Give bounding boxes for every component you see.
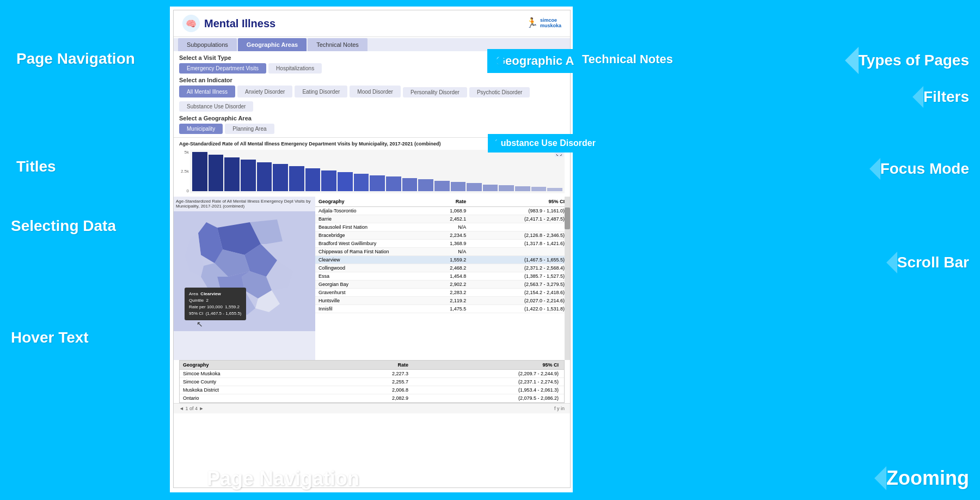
bt-cell-geo: Ontario — [183, 395, 333, 401]
col-header-ci: 95% CI — [466, 199, 567, 204]
tab-technical-notes[interactable]: Technical Notes — [308, 38, 367, 51]
page-info[interactable]: ◄ 1 of 4 ► — [179, 406, 204, 411]
app-logo-icon: 🧠 — [182, 15, 200, 32]
tooltip-quintile-value: 2 — [206, 298, 209, 303]
bar-20 — [515, 186, 530, 191]
table-row: Essa1,454.8(1,385.7 - 1,527.5) — [315, 272, 570, 281]
table-row: Chippewas of Rama First NationN/A — [315, 248, 570, 256]
page-footer: ◄ 1 of 4 ► f y in — [174, 403, 570, 413]
cell-geo: Georgian Bay — [318, 282, 417, 287]
btn-eating-disorder[interactable]: Eating Disorder — [295, 86, 347, 97]
bt-cell-rate: 2,227.3 — [333, 371, 408, 376]
label-hover-text: Hover Text — [11, 327, 102, 349]
scroll-bar[interactable] — [565, 197, 570, 360]
cell-geo: Bradford West Gwillimbury — [318, 241, 417, 246]
bar-6 — [289, 166, 304, 191]
brand-logo: 🏃 simcoe muskoka — [526, 18, 561, 29]
geo-area-buttons: Municipality Planning Area — [179, 124, 565, 134]
bar-14 — [418, 179, 433, 191]
cell-ci: (1,317.8 - 1,421.6) — [466, 241, 567, 246]
btn-all-mental-illness[interactable]: All Mental Illness — [179, 86, 235, 97]
bt-cell-rate: 2,006.8 — [333, 387, 408, 393]
cell-geo: Essa — [318, 273, 417, 279]
tab-subpopulations[interactable]: Subpopulations — [178, 38, 237, 51]
bar-22 — [547, 188, 562, 191]
bottom-table-row: Ontario2,082.9(2,079.5 - 2,086.2) — [180, 394, 564, 403]
bar-19 — [499, 185, 514, 191]
bar-18 — [483, 185, 498, 191]
cell-rate: 1,559.2 — [417, 257, 466, 263]
btn-anxiety-disorder[interactable]: Anxiety Disorder — [237, 86, 292, 97]
table-rows-container: Adjala-Tosorontio1,068.9(983.9 - 1,161.0… — [315, 207, 570, 313]
bar-8 — [321, 170, 336, 191]
label-focus-mode: Focus Mode — [869, 158, 969, 180]
tooltip-rate-label: Rate per 100,000 — [189, 304, 223, 309]
cell-ci: (2,371.2 - 2,568.4) — [466, 265, 567, 271]
label-titles: Titles — [16, 156, 69, 178]
btcol-header-geo: Geography — [183, 362, 333, 368]
social-icons[interactable]: f y in — [554, 406, 565, 411]
screenshot-panel: 🧠 Mental Illness 🏃 simcoe muskoka Subpop… — [173, 10, 571, 488]
cell-rate: 1,475.5 — [417, 306, 466, 312]
y-axis-top: 5k — [179, 150, 189, 155]
bottom-table-row: Muskoka District2,006.8(1,953.4 - 2,061.… — [180, 386, 564, 394]
table-row: Clearview1,559.2(1,467.5 - 1,655.5) — [315, 256, 570, 264]
cell-rate: 2,283.2 — [417, 290, 466, 295]
scroll-thumb[interactable] — [565, 208, 570, 229]
cell-rate: 2,119.2 — [417, 298, 466, 303]
bar-7 — [305, 168, 321, 191]
cell-rate: 2,902.2 — [417, 282, 466, 287]
btn-hospitalizations[interactable]: Hospitalizations — [268, 63, 322, 74]
bar-17 — [467, 183, 482, 191]
btn-planning-area[interactable]: Planning Area — [225, 124, 274, 134]
bar-12 — [386, 176, 401, 191]
table-row: Collingwood2,468.2(2,371.2 - 2,568.4) — [315, 264, 570, 272]
cell-geo: Chippewas of Rama First Nation — [318, 249, 417, 254]
cell-geo: Beausoleil First Nation — [318, 224, 417, 230]
btn-psychotic-disorder[interactable]: Psychotic Disorder — [469, 87, 530, 97]
table-row: Innisfil1,475.5(1,422.0 - 1,531.8) — [315, 305, 570, 313]
table-header: Geography Rate 95% CI — [315, 197, 570, 207]
hover-tooltip: Area Clearview Quintile 2 Rate per 100,0… — [185, 288, 246, 320]
bar-9 — [338, 172, 353, 191]
bt-cell-ci: (2,079.5 - 2,086.2) — [408, 395, 561, 401]
bottom-table: Geography Rate 95% CI Simcoe Muskoka2,22… — [179, 360, 565, 403]
btcol-header-ci: 95% CI — [408, 362, 561, 368]
btcol-header-rate[interactable]: Rate — [333, 362, 408, 368]
table-row: Gravenhurst2,283.2(2,154.2 - 2,418.6) — [315, 289, 570, 297]
col-header-rate[interactable]: Rate — [417, 199, 466, 204]
cell-ci: (2,154.2 - 2,418.6) — [466, 290, 567, 295]
btn-mood-disorder[interactable]: Mood Disorder — [350, 86, 401, 97]
cell-ci: (2,126.8 - 2,346.5) — [466, 233, 567, 238]
bar-21 — [531, 187, 547, 191]
bar-15 — [434, 181, 450, 191]
table-row: Barrie2,452.1(2,417.1 - 2,487.5) — [315, 215, 570, 223]
cell-rate: 2,468.2 — [417, 265, 466, 271]
bt-cell-ci: (1,953.4 - 2,061.3) — [408, 387, 561, 393]
btn-substance-use-disorder[interactable]: Substance Use Disorder — [179, 101, 253, 112]
bar-3 — [241, 160, 256, 191]
label-selecting-data: Selecting Data — [11, 215, 129, 237]
map-visual: Area Clearview Quintile 2 Rate per 100,0… — [174, 211, 315, 331]
bottom-table-row: Simcoe County2,255.7(2,237.1 - 2,274.5) — [180, 378, 564, 386]
btn-municipality[interactable]: Municipality — [179, 124, 223, 134]
tab-geographic-areas[interactable]: Geographic Areas — [238, 38, 307, 51]
cell-geo: Clearview — [318, 257, 417, 263]
bar-5 — [273, 164, 288, 191]
bar-1 — [209, 155, 224, 191]
bar-16 — [451, 182, 466, 191]
bar-chart[interactable] — [190, 150, 565, 193]
label-page-navigation-top: Page Navigation — [16, 47, 148, 71]
indicator-buttons: All Mental Illness Anxiety Disorder Eati… — [179, 86, 565, 112]
brand-name-line2: muskoka — [540, 23, 561, 29]
map-panel: Age-Standardized Rate of All Mental Illn… — [174, 197, 315, 360]
label-page-navigation-bottom: Page Navigation — [174, 467, 392, 490]
bar-11 — [370, 175, 385, 191]
bottom-table-header: Geography Rate 95% CI — [180, 361, 564, 370]
cell-ci: (2,027.0 - 2,214.6) — [466, 298, 567, 303]
bt-cell-geo: Simcoe Muskoka — [183, 371, 333, 376]
btn-personality-disorder[interactable]: Personality Disorder — [403, 87, 467, 97]
cell-geo: Huntsville — [318, 298, 417, 303]
btn-emergency-visits[interactable]: Emergency Department Visits — [179, 63, 266, 74]
label-technical-notes: Technical Notes — [574, 49, 681, 70]
